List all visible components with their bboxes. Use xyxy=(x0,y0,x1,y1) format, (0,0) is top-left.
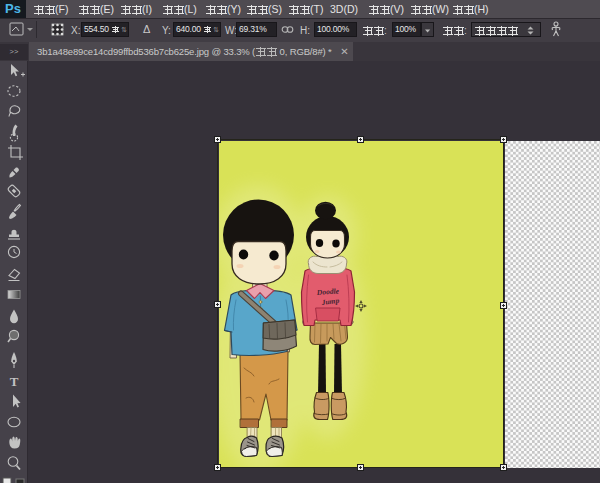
svg-text:T: T xyxy=(10,374,19,389)
